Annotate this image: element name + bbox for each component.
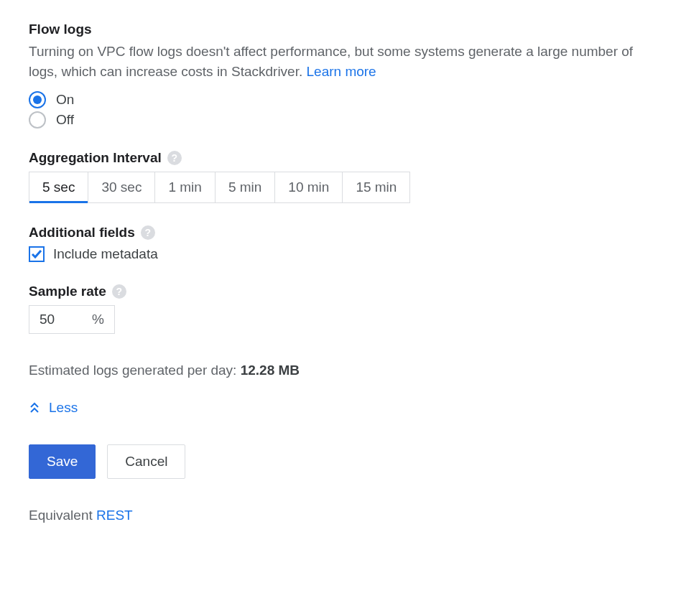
aggregation-option-10min[interactable]: 10 min — [275, 172, 343, 202]
aggregation-segmented: 5 sec 30 sec 1 min 5 min 10 min 15 min — [29, 172, 410, 203]
aggregation-section: Aggregation Interval ? 5 sec 30 sec 1 mi… — [29, 150, 652, 203]
include-metadata-checkbox — [29, 246, 45, 262]
sample-rate-label-row: Sample rate ? — [29, 284, 652, 299]
include-metadata-label: Include metadata — [53, 246, 158, 262]
aggregation-option-1min[interactable]: 1 min — [155, 172, 215, 202]
sample-rate-input[interactable] — [40, 312, 75, 327]
radio-off[interactable]: Off — [29, 111, 652, 129]
aggregation-option-5min[interactable]: 5 min — [216, 172, 275, 202]
button-row: Save Cancel — [29, 444, 652, 479]
estimate-row: Estimated logs generated per day: 12.28 … — [29, 363, 652, 378]
additional-fields-label: Additional fields — [29, 225, 135, 241]
aggregation-option-5sec[interactable]: 5 sec — [29, 172, 88, 202]
additional-fields-section: Additional fields ? Include metadata — [29, 225, 652, 262]
estimate-value: 12.28 MB — [241, 363, 300, 378]
chevron-up-double-icon — [29, 401, 40, 414]
equivalent-rest-link[interactable]: REST — [96, 508, 133, 523]
checkmark-icon — [31, 248, 42, 260]
help-icon[interactable]: ? — [112, 284, 126, 299]
sample-rate-label: Sample rate — [29, 284, 106, 299]
flow-logs-radio-group: On Off — [29, 91, 652, 129]
flow-logs-title: Flow logs — [29, 22, 652, 37]
equivalent-prefix: Equivalent — [29, 508, 96, 523]
radio-off-circle — [29, 111, 46, 129]
sample-rate-input-wrap: % — [29, 305, 115, 334]
aggregation-option-15min[interactable]: 15 min — [343, 172, 409, 202]
learn-more-link[interactable]: Learn more — [307, 64, 376, 79]
additional-fields-label-row: Additional fields ? — [29, 225, 652, 241]
help-icon[interactable]: ? — [167, 151, 182, 165]
help-icon[interactable]: ? — [141, 225, 155, 240]
equivalent-row: Equivalent REST — [29, 508, 652, 523]
less-toggle[interactable]: Less — [29, 400, 652, 416]
radio-on-label: On — [56, 92, 74, 108]
flow-logs-section: Flow logs Turning on VPC flow logs doesn… — [29, 22, 652, 129]
save-button[interactable]: Save — [29, 444, 96, 479]
sample-rate-unit: % — [92, 312, 104, 327]
radio-on[interactable]: On — [29, 91, 652, 108]
include-metadata-checkbox-row[interactable]: Include metadata — [29, 246, 652, 262]
cancel-button[interactable]: Cancel — [107, 444, 185, 479]
radio-on-dot — [33, 95, 42, 104]
radio-off-label: Off — [56, 112, 74, 128]
aggregation-label-row: Aggregation Interval ? — [29, 150, 652, 166]
radio-on-circle — [29, 91, 46, 108]
flow-logs-description: Turning on VPC flow logs doesn't affect … — [29, 42, 652, 81]
estimate-prefix: Estimated logs generated per day: — [29, 363, 241, 378]
sample-rate-section: Sample rate ? % — [29, 284, 652, 334]
aggregation-label: Aggregation Interval — [29, 150, 162, 166]
less-label: Less — [49, 400, 78, 416]
aggregation-option-30sec[interactable]: 30 sec — [88, 172, 155, 202]
